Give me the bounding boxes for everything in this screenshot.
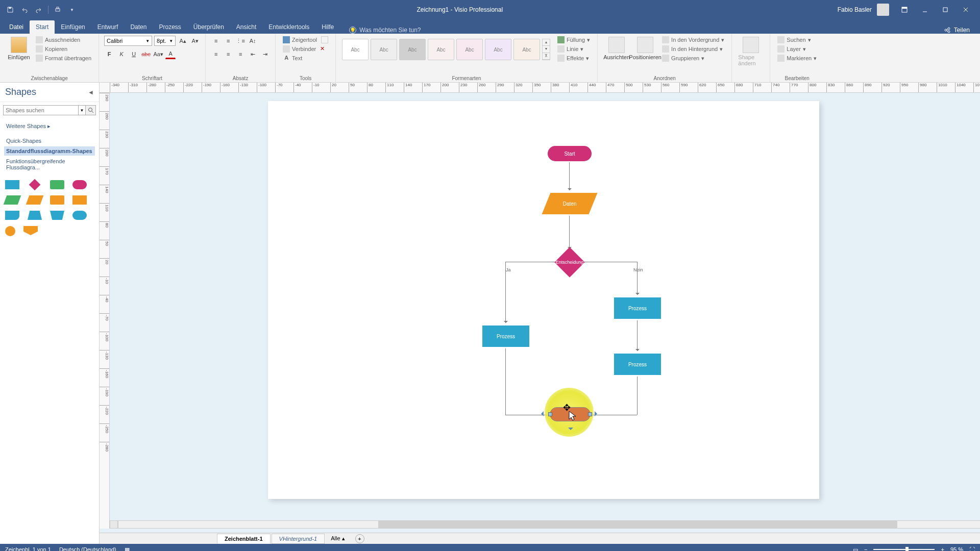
redo-icon[interactable] [34, 5, 44, 15]
share-button[interactable]: Teilen [944, 27, 970, 34]
category-crossfunctional[interactable]: Funktionsübergreifende Flussdiagra... [4, 157, 95, 172]
tell-me-search[interactable]: 💡 Was möchten Sie tun? [349, 27, 421, 34]
change-shape-button[interactable]: Shape ändern [737, 36, 765, 67]
zoom-slider[interactable] [873, 549, 935, 550]
select-button[interactable]: Markieren ▾ [775, 54, 819, 62]
send-back-button[interactable]: In den Hintergrund ▾ [660, 45, 726, 53]
bring-front-button[interactable]: In den Vordergrund ▾ [660, 36, 726, 44]
stencil-shape-manual-op[interactable] [28, 211, 42, 220]
group-button[interactable]: Gruppieren ▾ [660, 54, 726, 62]
shapes-search-button[interactable] [86, 105, 96, 115]
shape-start[interactable]: Start [548, 146, 592, 161]
tab-ueberpruefen[interactable]: Überprüfen [187, 20, 230, 34]
stencil-shape-terminator[interactable] [72, 180, 87, 189]
status-macro-icon[interactable]: ▦ [125, 546, 130, 552]
style-item-6[interactable]: Abc [485, 39, 511, 60]
shape-data[interactable]: Daten [542, 193, 598, 214]
stencil-shape-data[interactable] [26, 195, 44, 205]
style-item-7[interactable]: Abc [513, 39, 540, 60]
user-avatar[interactable] [877, 4, 889, 16]
stencil-shape-connector[interactable] [5, 226, 15, 236]
tab-einfuegen[interactable]: Einfügen [55, 20, 91, 34]
shape-decision[interactable]: Entscheidung [559, 252, 580, 273]
style-item-1[interactable]: Abc [342, 39, 369, 60]
style-item-2[interactable]: Abc [371, 39, 397, 60]
paste-button[interactable]: Einfügen [5, 36, 33, 61]
category-standard-flowchart[interactable]: Standardflussdiagramm-Shapes [4, 146, 95, 156]
connector-right-down[interactable] [637, 262, 638, 295]
scroll-left-button[interactable] [110, 520, 118, 529]
find-button[interactable]: Suchen ▾ [775, 36, 819, 44]
handle-right[interactable] [588, 412, 592, 416]
style-item-5[interactable]: Abc [456, 39, 483, 60]
stencil-shape-subprocess[interactable] [50, 180, 64, 189]
shape-process-left[interactable]: Prozess [482, 325, 529, 347]
case-button[interactable]: Aa▾ [153, 49, 163, 59]
connector-start-to-data[interactable] [569, 162, 570, 190]
shapes-search-input[interactable] [3, 105, 79, 115]
stencil-shape-document[interactable] [5, 211, 19, 220]
format-painter-button[interactable]: Format übertragen [34, 54, 93, 62]
stencil-shape-data-green[interactable] [4, 195, 21, 205]
user-name[interactable]: Fabio Basler [838, 6, 872, 13]
align-left-button[interactable]: ≡ [211, 49, 221, 59]
indent-inc-button[interactable]: ⇥ [260, 49, 270, 59]
connector-right-to-end-v[interactable] [637, 377, 638, 415]
connector-left-to-end-v[interactable] [505, 348, 506, 415]
canvas-area[interactable]: -340-310-280-250-220-190-160-130-100-70-… [100, 83, 980, 544]
align-center-button[interactable]: ≡ [223, 49, 233, 59]
tab-file[interactable]: Datei [3, 20, 30, 34]
ribbon-display-icon[interactable] [894, 0, 915, 19]
add-sheet-button[interactable]: + [355, 534, 364, 543]
shapes-panel-collapse-icon[interactable]: ◄ [88, 89, 94, 96]
connector-data-to-decision[interactable] [569, 216, 570, 249]
shapes-search-dropdown[interactable]: ▼ [79, 105, 86, 115]
zoom-in-button[interactable]: + [941, 546, 944, 551]
connector-process2-to-3[interactable] [637, 320, 638, 351]
category-quick-shapes[interactable]: Quick-Shapes [4, 136, 95, 145]
line-button[interactable]: Linie ▾ [555, 45, 592, 53]
increase-font-button[interactable]: A▴ [178, 36, 188, 46]
indent-dec-button[interactable]: ⇤ [248, 49, 258, 59]
tab-hilfe[interactable]: Hilfe [315, 20, 340, 34]
cut-button[interactable]: Ausschneiden [34, 36, 93, 44]
pointer-tool-button[interactable]: Zeigertool [281, 36, 330, 44]
horizontal-scrollbar[interactable] [110, 520, 980, 529]
align-middle-button[interactable]: ≡ [223, 36, 233, 46]
tab-ansicht[interactable]: Ansicht [230, 20, 262, 34]
font-size-combo[interactable]: 8pt.▼ [154, 36, 176, 46]
autoconnect-down[interactable] [568, 428, 573, 433]
drawing-page[interactable]: Ja Nein Start Daten Entscheidung Prozess… [268, 101, 819, 499]
save-icon[interactable] [5, 5, 15, 15]
bullets-button[interactable]: ⋮≡ [235, 36, 246, 46]
zoom-out-button[interactable]: − [864, 546, 867, 551]
minimize-icon[interactable] [915, 0, 935, 19]
gallery-scroll[interactable]: ▴▾⊼ [542, 39, 550, 60]
copy-button[interactable]: Kopieren [34, 45, 93, 53]
sheet-tab-active[interactable]: Zeichenblatt-1 [217, 534, 271, 544]
stencil-shape-decision[interactable] [29, 179, 41, 191]
stencil-shape-delay[interactable] [72, 211, 87, 220]
scroll-thumb[interactable] [378, 521, 897, 528]
decrease-font-button[interactable]: A▾ [190, 36, 200, 46]
zoom-value[interactable]: 95 % [950, 546, 963, 551]
align-button[interactable]: Ausrichten [603, 36, 630, 61]
scroll-track[interactable] [118, 520, 980, 529]
presentation-modees-icon[interactable]: ▭ [853, 546, 858, 552]
more-shapes-button[interactable]: Weitere Shapes ▸ [4, 121, 95, 131]
strikethrough-button[interactable]: abc [141, 49, 151, 59]
stencil-shape-offpage[interactable] [23, 226, 38, 235]
italic-button[interactable]: K [116, 49, 127, 59]
autoconnect-right[interactable] [595, 411, 600, 416]
qat-dropdown-icon[interactable]: ▼ [67, 5, 77, 15]
shape-process-right-2[interactable]: Prozess [614, 354, 661, 375]
stencil-shape-manual-input[interactable] [50, 211, 64, 220]
print-icon[interactable] [53, 5, 63, 15]
fit-page-button[interactable]: ⛶ [969, 546, 975, 551]
layer-button[interactable]: Layer ▾ [775, 45, 819, 53]
sheet-tab-background[interactable]: VHintergrund-1 [272, 534, 325, 544]
text-tool-button[interactable]: AText [281, 54, 330, 62]
handle-left[interactable] [548, 412, 552, 416]
tab-entwurf[interactable]: Entwurf [91, 20, 125, 34]
tab-prozess[interactable]: Prozess [153, 20, 187, 34]
